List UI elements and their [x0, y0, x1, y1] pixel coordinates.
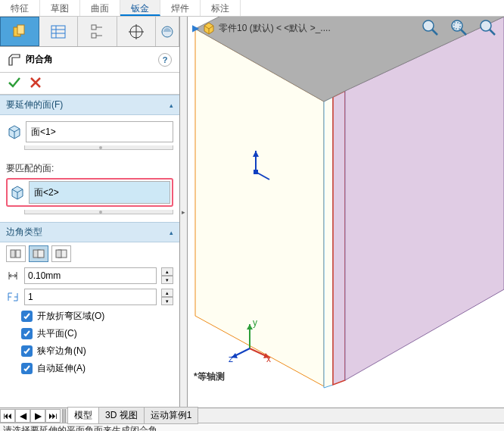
zoom-area-icon[interactable] — [450, 18, 469, 38]
ok-button[interactable] — [8, 76, 21, 89]
svg-line-26 — [490, 30, 495, 35]
svg-rect-15 — [16, 250, 20, 258]
gap-icon — [7, 270, 19, 282]
tab-sheetmetal[interactable]: 钣金 — [120, 0, 160, 16]
gap-up-button[interactable]: ▴ — [161, 267, 173, 276]
svg-text:y: y — [253, 318, 257, 328]
bottom-tab-3dview[interactable]: 3D 视图 — [98, 407, 145, 424]
checkbox-narrow[interactable]: 狭窄边角(N) — [0, 342, 179, 360]
bottom-tab-bar: ⏮ ◀ ▶ ⏭ 模型 3D 视图 运动算例1 — [0, 408, 504, 423]
checkbox-label: 狭窄边角(N) — [37, 345, 86, 358]
section-extend-header[interactable]: 要延伸的面(F) ▴ — [0, 95, 179, 115]
section-match-label: 要匹配的面: — [0, 158, 179, 176]
tab-nav-first[interactable]: ⏮ — [0, 409, 15, 423]
checkbox-open-bend[interactable]: 开放折弯区域(O) — [0, 308, 179, 325]
feature-header: 闭合角 ? — [0, 47, 179, 73]
svg-rect-34 — [254, 170, 258, 174]
cancel-button[interactable] — [29, 76, 42, 89]
svg-rect-2 — [51, 26, 65, 38]
checkbox-label: 自动延伸(A) — [37, 362, 86, 375]
chevron-right-icon: ▸ — [182, 208, 185, 216]
panel-tab-strip — [0, 17, 179, 47]
bottom-tab-motion[interactable]: 运动算例1 — [144, 407, 199, 424]
help-icon[interactable]: ? — [158, 53, 172, 67]
tab-nav-last[interactable]: ⏭ — [45, 409, 61, 423]
svg-point-22 — [452, 20, 462, 31]
ratio-input[interactable] — [24, 289, 157, 305]
svg-point-20 — [423, 20, 434, 31]
corner-underlap-button[interactable] — [51, 245, 71, 262]
faces-to-match-list[interactable]: 面<2> — [29, 181, 170, 204]
view-label: *等轴测 — [194, 370, 225, 383]
panel-tab-config[interactable] — [78, 17, 117, 46]
feature-title: 闭合角 — [26, 53, 53, 66]
svg-rect-17 — [38, 250, 44, 258]
svg-rect-19 — [56, 250, 61, 258]
chevron-up-icon: ▴ — [170, 102, 173, 109]
ratio-down-button[interactable]: ▾ — [161, 297, 173, 305]
tab-nav-prev[interactable]: ◀ — [15, 409, 30, 423]
main-area: 闭合角 ? 要延伸的面(F) ▴ 面<1> 要匹配的面: — [0, 17, 504, 408]
tab-sketch[interactable]: 草图 — [40, 0, 80, 16]
list-resize-handle[interactable] — [24, 145, 173, 150]
gap-down-button[interactable]: ▾ — [161, 276, 173, 284]
ratio-up-button[interactable]: ▴ — [161, 289, 173, 297]
corner-type-row — [0, 242, 179, 265]
svg-line-23 — [461, 30, 466, 35]
ratio-row: ▴▾ — [0, 286, 179, 308]
faces-to-extend-list[interactable]: 面<1> — [26, 121, 173, 142]
section-corner-header[interactable]: 边角类型 ▴ — [0, 222, 179, 242]
axis-triad[interactable]: y x z — [227, 318, 272, 364]
divider — [62, 409, 67, 423]
panel-collapse-handle[interactable]: ▸ — [180, 17, 188, 408]
zoom-prev-icon[interactable] — [478, 18, 498, 38]
gap-input[interactable] — [24, 267, 157, 284]
svg-text:x: x — [266, 354, 271, 364]
svg-rect-7 — [92, 33, 96, 38]
chevron-right-icon: ▶ — [192, 23, 199, 33]
tab-annotation[interactable]: 标注 — [201, 0, 241, 16]
target-icon — [127, 23, 145, 41]
tab-feature[interactable]: 特征 — [0, 0, 40, 16]
gap-row: ▴▾ — [0, 265, 179, 286]
feature-tree-icon — [11, 23, 29, 41]
checkbox-icon — [21, 328, 33, 339]
panel-tab-more[interactable] — [156, 17, 179, 46]
closed-corner-icon — [8, 53, 21, 67]
tab-surface[interactable]: 曲面 — [80, 0, 120, 16]
checkbox-icon — [21, 311, 33, 322]
section-extend-body: 面<1> — [0, 115, 179, 158]
svg-marker-28 — [324, 97, 333, 388]
chevron-up-icon: ▴ — [170, 229, 173, 236]
corner-overlap-button[interactable] — [29, 245, 48, 262]
svg-line-21 — [432, 30, 437, 35]
ratio-icon — [7, 291, 19, 303]
breadcrumb-text: 零件10 (默认) < <默认 >_.... — [219, 22, 331, 35]
bottom-tab-model[interactable]: 模型 — [67, 407, 99, 424]
ok-cancel-row — [0, 73, 179, 95]
config-icon — [89, 23, 107, 41]
checkbox-icon — [21, 363, 33, 374]
corner-butt-button[interactable] — [6, 245, 26, 262]
checkbox-icon — [21, 345, 33, 357]
panel-tab-feature[interactable] — [0, 17, 39, 46]
svg-text:z: z — [229, 354, 233, 364]
zoom-fit-icon[interactable] — [421, 18, 440, 38]
panel-tab-property[interactable] — [39, 17, 78, 46]
graphics-viewport[interactable]: ▶ 零件10 (默认) < <默认 >_.... — [188, 17, 504, 408]
checkbox-autoextend[interactable]: 自动延伸(A) — [0, 360, 179, 377]
checkbox-coplanar[interactable]: 共平面(C) — [0, 325, 179, 342]
panel-tab-dimxpert[interactable] — [117, 17, 156, 46]
appearance-icon — [160, 23, 174, 41]
tab-nav-next[interactable]: ▶ — [30, 409, 45, 423]
svg-rect-14 — [11, 250, 15, 258]
tab-weldment[interactable]: 焊件 — [160, 0, 201, 16]
breadcrumb[interactable]: ▶ 零件10 (默认) < <默认 >_.... — [192, 21, 331, 35]
viewport-toolbar — [421, 18, 498, 38]
list-resize-handle[interactable] — [24, 210, 173, 214]
property-manager-icon — [49, 23, 67, 41]
checkbox-label: 开放折弯区域(O) — [37, 310, 104, 323]
face-icon — [7, 124, 22, 139]
svg-point-25 — [481, 20, 491, 31]
command-manager-tabs: 特征 草图 曲面 钣金 焊件 标注 — [0, 0, 504, 17]
